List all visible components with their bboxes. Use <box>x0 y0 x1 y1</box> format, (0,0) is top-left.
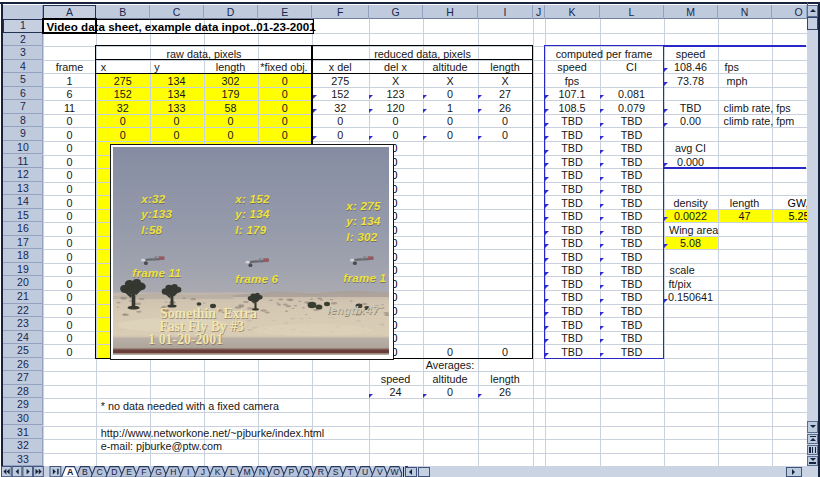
svg-text:R: R <box>318 467 324 477</box>
svg-text:J: J <box>201 467 205 477</box>
svg-text:F: F <box>141 467 146 477</box>
svg-text:S: S <box>333 467 339 477</box>
svg-text:U: U <box>362 467 368 477</box>
svg-text:K: K <box>215 467 221 477</box>
svg-text:V: V <box>377 467 383 477</box>
svg-text:A: A <box>67 467 74 477</box>
svg-text:T: T <box>348 467 354 477</box>
svg-text:E: E <box>126 467 132 477</box>
svg-text:G: G <box>155 467 162 477</box>
svg-text:O: O <box>273 467 280 477</box>
svg-text:Q: Q <box>303 467 310 477</box>
svg-text:M: M <box>244 467 251 477</box>
svg-text:H: H <box>170 467 176 477</box>
svg-text:C: C <box>96 467 102 477</box>
svg-text:B: B <box>82 467 88 477</box>
svg-text:D: D <box>111 467 117 477</box>
svg-text:N: N <box>259 467 265 477</box>
svg-text:I: I <box>187 467 189 477</box>
svg-text:L: L <box>230 467 235 477</box>
svg-text:W: W <box>391 467 400 477</box>
svg-text:P: P <box>288 467 294 477</box>
